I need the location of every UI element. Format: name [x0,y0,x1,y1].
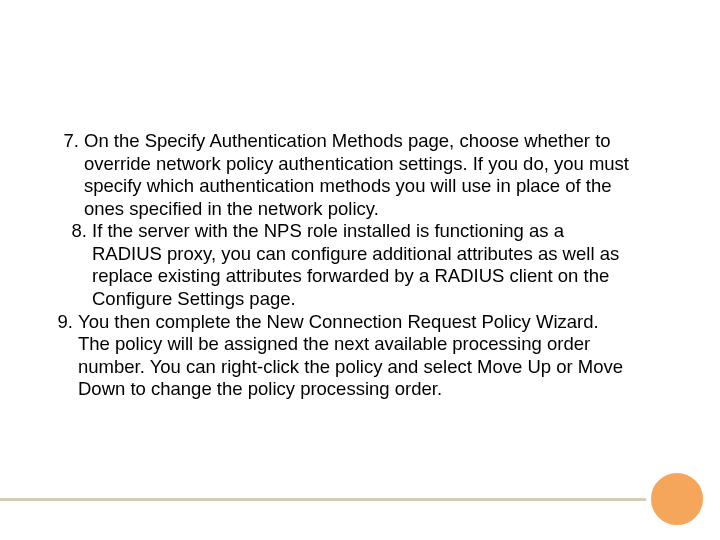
content-block: 7. On the Specify Authentication Methods… [50,130,630,401]
list-text: On the Specify Authentication Methods pa… [84,130,630,220]
divider-line [0,498,655,501]
list-number: 8. [50,220,92,310]
list-text: You then complete the New Connection Req… [78,311,630,401]
list-number: 7. [50,130,84,220]
circle-icon [646,468,708,530]
list-item: 9. You then complete the New Connection … [50,311,630,401]
list-item: 8. If the server with the NPS role insta… [50,220,630,310]
list-text: If the server with the NPS role installe… [92,220,630,310]
slide: 7. On the Specify Authentication Methods… [0,0,720,540]
list-item: 7. On the Specify Authentication Methods… [50,130,630,220]
list-number: 9. [50,311,78,401]
